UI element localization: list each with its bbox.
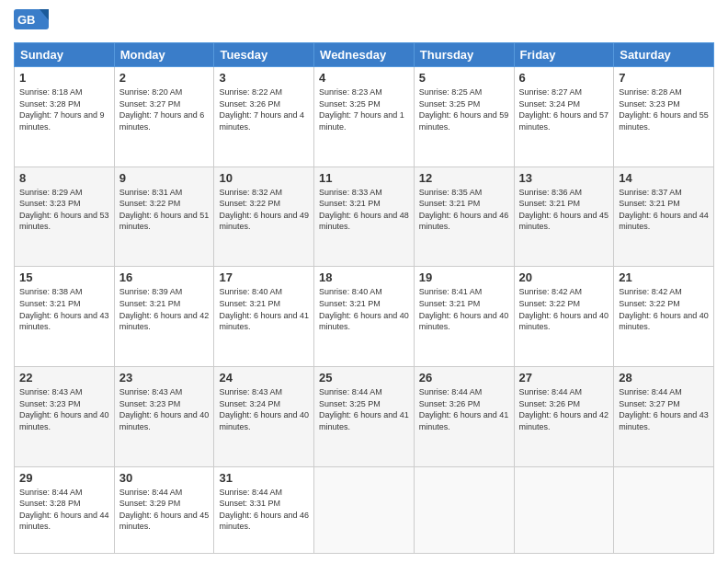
day-number: 7 [619,71,709,85]
calendar-cell: 18 Sunrise: 8:40 AMSunset: 3:21 PMDaylig… [314,267,415,367]
day-detail: Sunrise: 8:29 AMSunset: 3:23 PMDaylight:… [19,188,109,232]
day-detail: Sunrise: 8:43 AMSunset: 3:23 PMDaylight:… [19,387,109,431]
day-number: 8 [19,171,109,185]
day-number: 12 [419,171,509,185]
calendar-cell: 27 Sunrise: 8:44 AMSunset: 3:26 PMDaylig… [514,366,614,466]
day-detail: Sunrise: 8:39 AMSunset: 3:21 PMDaylight:… [119,287,210,331]
calendar-cell: 16 Sunrise: 8:39 AMSunset: 3:21 PMDaylig… [114,267,214,367]
day-number: 22 [19,371,109,385]
day-detail: Sunrise: 8:25 AMSunset: 3:25 PMDaylight:… [419,87,509,132]
day-number: 29 [19,471,109,485]
day-detail: Sunrise: 8:20 AMSunset: 3:27 PMDaylight:… [119,87,205,132]
day-number: 2 [119,71,210,85]
calendar-cell: 23 Sunrise: 8:43 AMSunset: 3:23 PMDaylig… [114,366,214,466]
day-number: 19 [419,270,509,284]
logo-icon: GB [14,9,49,37]
day-detail: Sunrise: 8:32 AMSunset: 3:22 PMDaylight:… [219,188,309,232]
day-detail: Sunrise: 8:43 AMSunset: 3:23 PMDaylight:… [119,387,210,431]
weekday-header-thursday: Thursday [414,43,514,67]
day-number: 4 [319,71,409,85]
weekday-header-saturday: Saturday [614,43,714,67]
calendar-cell [414,466,514,553]
day-number: 9 [119,171,210,185]
logo: GB [14,9,51,37]
day-number: 16 [119,270,210,284]
day-number: 23 [119,371,210,385]
calendar-cell: 4 Sunrise: 8:23 AMSunset: 3:25 PMDayligh… [314,67,415,167]
day-detail: Sunrise: 8:41 AMSunset: 3:21 PMDaylight:… [419,287,509,331]
day-detail: Sunrise: 8:44 AMSunset: 3:31 PMDaylight:… [219,488,309,532]
calendar-week-row: 8 Sunrise: 8:29 AMSunset: 3:23 PMDayligh… [15,167,714,267]
day-detail: Sunrise: 8:31 AMSunset: 3:22 PMDaylight:… [119,188,210,232]
day-detail: Sunrise: 8:42 AMSunset: 3:22 PMDaylight:… [519,287,609,331]
day-number: 28 [619,371,709,385]
calendar-cell: 13 Sunrise: 8:36 AMSunset: 3:21 PMDaylig… [514,167,614,267]
calendar-week-row: 22 Sunrise: 8:43 AMSunset: 3:23 PMDaylig… [15,366,714,466]
calendar-week-row: 15 Sunrise: 8:38 AMSunset: 3:21 PMDaylig… [15,267,714,367]
calendar-cell: 3 Sunrise: 8:22 AMSunset: 3:26 PMDayligh… [214,67,314,167]
calendar-table: SundayMondayTuesdayWednesdayThursdayFrid… [14,42,714,554]
day-detail: Sunrise: 8:22 AMSunset: 3:26 PMDaylight:… [219,87,304,132]
day-number: 3 [219,71,309,85]
calendar-cell: 26 Sunrise: 8:44 AMSunset: 3:26 PMDaylig… [414,366,514,466]
calendar-cell: 19 Sunrise: 8:41 AMSunset: 3:21 PMDaylig… [414,267,514,367]
calendar-cell: 21 Sunrise: 8:42 AMSunset: 3:22 PMDaylig… [614,267,714,367]
calendar-cell: 14 Sunrise: 8:37 AMSunset: 3:21 PMDaylig… [614,167,714,267]
calendar-cell: 11 Sunrise: 8:33 AMSunset: 3:21 PMDaylig… [314,167,415,267]
day-number: 14 [619,171,709,185]
day-detail: Sunrise: 8:27 AMSunset: 3:24 PMDaylight:… [519,87,609,132]
day-number: 15 [19,270,109,284]
day-detail: Sunrise: 8:44 AMSunset: 3:27 PMDaylight:… [619,387,709,431]
calendar-cell: 15 Sunrise: 8:38 AMSunset: 3:21 PMDaylig… [15,267,115,367]
calendar-header-row: SundayMondayTuesdayWednesdayThursdayFrid… [15,43,714,67]
calendar-cell: 8 Sunrise: 8:29 AMSunset: 3:23 PMDayligh… [15,167,115,267]
day-detail: Sunrise: 8:44 AMSunset: 3:28 PMDaylight:… [19,488,109,532]
day-number: 30 [119,471,210,485]
day-number: 31 [219,471,309,485]
calendar-cell: 30 Sunrise: 8:44 AMSunset: 3:29 PMDaylig… [114,466,214,553]
calendar-cell [514,466,614,553]
day-number: 6 [519,71,609,85]
day-detail: Sunrise: 8:40 AMSunset: 3:21 PMDaylight:… [319,287,409,331]
calendar-cell: 22 Sunrise: 8:43 AMSunset: 3:23 PMDaylig… [15,366,115,466]
day-detail: Sunrise: 8:44 AMSunset: 3:26 PMDaylight:… [419,387,509,431]
day-number: 24 [219,371,309,385]
header: GB [14,9,714,37]
page: GB SundayMondayTuesdayWednesdayThursdayF… [0,0,728,563]
day-number: 26 [419,371,509,385]
calendar-cell [614,466,714,553]
weekday-header-monday: Monday [114,43,214,67]
day-detail: Sunrise: 8:28 AMSunset: 3:23 PMDaylight:… [619,87,709,132]
calendar-cell: 2 Sunrise: 8:20 AMSunset: 3:27 PMDayligh… [114,67,214,167]
calendar-cell: 5 Sunrise: 8:25 AMSunset: 3:25 PMDayligh… [414,67,514,167]
weekday-header-wednesday: Wednesday [314,43,415,67]
calendar-cell: 10 Sunrise: 8:32 AMSunset: 3:22 PMDaylig… [214,167,314,267]
calendar-week-row: 29 Sunrise: 8:44 AMSunset: 3:28 PMDaylig… [15,466,714,553]
day-number: 5 [419,71,509,85]
calendar-cell: 20 Sunrise: 8:42 AMSunset: 3:22 PMDaylig… [514,267,614,367]
day-detail: Sunrise: 8:33 AMSunset: 3:21 PMDaylight:… [319,188,409,232]
weekday-header-friday: Friday [514,43,614,67]
day-detail: Sunrise: 8:44 AMSunset: 3:26 PMDaylight:… [519,387,609,431]
day-number: 20 [519,270,609,284]
day-detail: Sunrise: 8:43 AMSunset: 3:24 PMDaylight:… [219,387,309,431]
svg-text:GB: GB [17,13,36,27]
day-number: 25 [319,371,409,385]
calendar-cell: 6 Sunrise: 8:27 AMSunset: 3:24 PMDayligh… [514,67,614,167]
day-detail: Sunrise: 8:44 AMSunset: 3:25 PMDaylight:… [319,387,409,431]
day-number: 10 [219,171,309,185]
day-number: 17 [219,270,309,284]
day-number: 18 [319,270,409,284]
day-detail: Sunrise: 8:44 AMSunset: 3:29 PMDaylight:… [119,488,210,532]
day-detail: Sunrise: 8:35 AMSunset: 3:21 PMDaylight:… [419,188,509,232]
day-number: 1 [19,71,109,85]
calendar-cell: 31 Sunrise: 8:44 AMSunset: 3:31 PMDaylig… [214,466,314,553]
day-detail: Sunrise: 8:37 AMSunset: 3:21 PMDaylight:… [619,188,709,232]
day-number: 11 [319,171,409,185]
day-number: 13 [519,171,609,185]
calendar-week-row: 1 Sunrise: 8:18 AMSunset: 3:28 PMDayligh… [15,67,714,167]
calendar-cell: 29 Sunrise: 8:44 AMSunset: 3:28 PMDaylig… [15,466,115,553]
weekday-header-sunday: Sunday [15,43,115,67]
day-detail: Sunrise: 8:40 AMSunset: 3:21 PMDaylight:… [219,287,309,331]
calendar-cell: 9 Sunrise: 8:31 AMSunset: 3:22 PMDayligh… [114,167,214,267]
